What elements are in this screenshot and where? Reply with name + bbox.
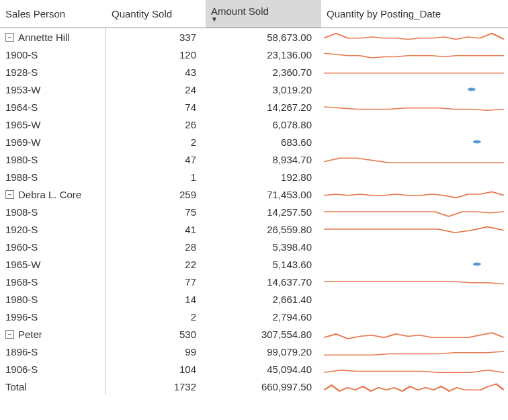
item-code: 1965-W [5, 119, 41, 130]
sparkline-cell [321, 238, 508, 255]
quantity-value: 14 [185, 294, 196, 305]
quantity-value: 99 [185, 346, 196, 358]
quantity-value: 1 [191, 171, 196, 183]
quantity-value: 120 [179, 49, 196, 60]
sparkline-cell [321, 116, 508, 133]
column-header-label: Quantity by Posting_Date [327, 8, 441, 19]
table-row[interactable]: 1965-W [0, 255, 106, 273]
sparkline-cell [321, 151, 508, 168]
amount-sold-cell: 2,794.60 [206, 308, 321, 325]
amount-value: 14,257.50 [267, 206, 312, 218]
sparkline-cell [321, 46, 508, 63]
amount-sold-cell: 14,257.50 [206, 203, 321, 220]
collapse-icon[interactable]: − [5, 190, 14, 199]
quantity-sold-cell: 41 [106, 220, 206, 238]
quantity-sold-cell: 99 [106, 343, 206, 360]
column-header-label: Sales Person [5, 8, 65, 19]
amount-sold-cell: 6,078.80 [206, 116, 321, 133]
group-name: Annette Hill [18, 32, 70, 43]
table-row[interactable]: 1996-S [0, 308, 106, 325]
quantity-sold-cell: 74 [106, 98, 206, 116]
table-row[interactable]: 1969-W [0, 133, 106, 151]
column-header-sales-person[interactable]: Sales Person [0, 0, 106, 28]
amount-sold-cell: 660,997.50 [206, 378, 321, 395]
column-header-quantity-sold[interactable]: Quantity Sold [106, 0, 206, 28]
item-code: 1988-S [5, 171, 38, 183]
table-row[interactable]: 1965-W [0, 116, 106, 133]
quantity-sold-cell: 26 [106, 116, 206, 133]
group-row[interactable]: −Annette Hill [0, 28, 106, 46]
item-code: 1896-S [5, 346, 38, 358]
table-row[interactable]: 1928-S [0, 63, 106, 81]
collapse-icon[interactable]: − [5, 330, 14, 339]
quantity-sold-cell: 120 [106, 46, 206, 63]
table-row[interactable]: 1896-S [0, 343, 106, 360]
amount-value: 5,398.40 [273, 241, 312, 253]
table-row[interactable]: 1960-S [0, 238, 106, 255]
item-code: 1960-S [5, 241, 38, 253]
amount-sold-cell: 26,559.80 [206, 220, 321, 238]
quantity-value: 2 [191, 136, 196, 148]
sparkline-cell [321, 185, 508, 203]
amount-sold-cell: 2,360.70 [206, 63, 321, 81]
amount-sold-cell: 8,934.70 [206, 151, 321, 168]
table-row[interactable]: 1920-S [0, 220, 106, 238]
table-row[interactable]: 1953-W [0, 81, 106, 98]
quantity-value: 337 [179, 32, 196, 43]
quantity-value: 104 [179, 364, 196, 375]
quantity-value: 74 [185, 101, 196, 113]
group-name: Peter [18, 329, 42, 340]
amount-value: 660,997.50 [261, 381, 312, 392]
quantity-sold-cell: 43 [106, 63, 206, 81]
sparkline-cell [321, 273, 508, 290]
item-code: 1953-W [5, 84, 41, 95]
table-row[interactable]: 1988-S [0, 168, 106, 185]
table-row[interactable]: 1980-S [0, 151, 106, 168]
quantity-sold-cell: 75 [106, 203, 206, 220]
table-row[interactable]: 1964-S [0, 98, 106, 116]
amount-sold-cell: 307,554.80 [206, 325, 321, 343]
sparkline-cell [321, 28, 508, 46]
table-row[interactable]: 1908-S [0, 203, 106, 220]
column-header-quantity-by-posting-date[interactable]: Quantity by Posting_Date [321, 0, 508, 28]
table-row[interactable]: 1968-S [0, 273, 106, 290]
table-row[interactable]: 1980-S [0, 290, 106, 308]
group-name: Debra L. Core [18, 189, 81, 200]
amount-sold-cell: 14,267.20 [206, 98, 321, 116]
sparkline-cell [321, 133, 508, 151]
group-row[interactable]: −Debra L. Core [0, 185, 106, 203]
amount-value: 683.60 [281, 136, 312, 148]
amount-sold-cell: 5,398.40 [206, 238, 321, 255]
quantity-sold-cell: 24 [106, 81, 206, 98]
quantity-value: 26 [185, 119, 196, 130]
quantity-sold-cell: 77 [106, 273, 206, 290]
quantity-sold-cell: 104 [106, 360, 206, 378]
sparkline-cell [321, 63, 508, 81]
amount-value: 71,453.00 [267, 189, 312, 200]
amount-value: 192.80 [281, 171, 312, 183]
quantity-sold-cell: 28 [106, 238, 206, 255]
table-row[interactable]: 1900-S [0, 46, 106, 63]
amount-sold-cell: 71,453.00 [206, 185, 321, 203]
collapse-icon[interactable]: − [5, 33, 14, 42]
quantity-sold-cell: 530 [106, 325, 206, 343]
amount-value: 58,673.00 [267, 32, 312, 43]
quantity-value: 22 [185, 259, 196, 270]
sparkline-cell [321, 220, 508, 238]
group-row[interactable]: −Peter [0, 325, 106, 343]
quantity-value: 2 [191, 311, 196, 323]
amount-value: 14,637.70 [267, 276, 312, 288]
table-row[interactable]: 1906-S [0, 360, 106, 378]
quantity-sold-cell: 1732 [106, 378, 206, 395]
svg-point-1 [473, 140, 481, 144]
amount-sold-cell: 2,661.40 [206, 290, 321, 308]
amount-value: 45,094.40 [267, 364, 312, 375]
amount-value: 5,143.60 [273, 259, 312, 270]
amount-sold-cell: 192.80 [206, 168, 321, 185]
amount-value: 99,079.20 [267, 346, 312, 358]
column-header-amount-sold[interactable]: Amount Sold▼ [206, 0, 321, 28]
sparkline-cell [321, 360, 508, 378]
quantity-sold-cell: 259 [106, 185, 206, 203]
sparkline-cell [321, 255, 508, 273]
item-code: 1920-S [5, 224, 38, 235]
